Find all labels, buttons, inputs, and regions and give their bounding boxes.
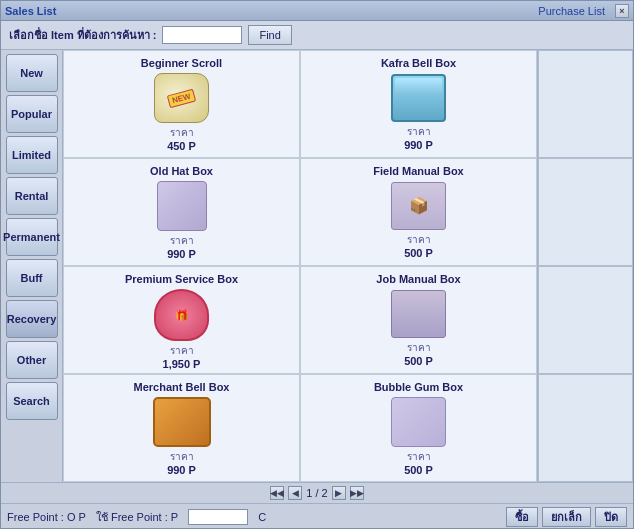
item-cell-3[interactable]: Field Manual Box 📦 ราคา 500 P [300, 158, 537, 266]
item-cell-7[interactable]: Bubble Gum Box ราคา 500 P [300, 374, 537, 482]
item-price-5: 500 P [404, 355, 433, 367]
item-price-3: 500 P [404, 247, 433, 259]
item-image-3: 📦 [389, 181, 449, 230]
item-image-5 [389, 289, 449, 338]
hat-box-icon [157, 181, 207, 231]
main-content: New Popular Limited Rental Permanent Buf… [1, 50, 633, 482]
item-price-label-3: ราคา [407, 232, 431, 247]
sidebar-btn-limited[interactable]: Limited [6, 136, 58, 174]
sidebar-btn-buff[interactable]: Buff [6, 259, 58, 297]
footer-left: Free Point : O P ใช้ Free Point : P C [7, 508, 266, 526]
purchase-cell-3 [538, 374, 633, 482]
purchase-panel [538, 50, 633, 482]
item-cell-2[interactable]: Old Hat Box ราคา 990 P [63, 158, 300, 266]
title-bar: Sales List Purchase List × [1, 1, 633, 21]
give-free-point-label: ใช้ Free Point : P [96, 508, 178, 526]
items-grid: Beginner Scroll ราคา 450 P Kafra Bell Bo… [63, 50, 538, 482]
item-cell-6[interactable]: Merchant Bell Box ราคา 990 P [63, 374, 300, 482]
scroll-icon [154, 73, 209, 123]
first-page-button[interactable]: ◀◀ [270, 486, 284, 500]
search-input[interactable] [162, 26, 242, 44]
item-name-6: Merchant Bell Box [134, 381, 230, 393]
close-footer-button[interactable]: ปิด [595, 507, 627, 527]
sidebar-btn-popular[interactable]: Popular [6, 95, 58, 133]
item-price-0: 450 P [167, 140, 196, 152]
purchase-cell-1 [538, 158, 633, 266]
buy-button[interactable]: ซื้อ [506, 507, 538, 527]
free-point-label: Free Point : O P [7, 511, 86, 523]
footer-row: Free Point : O P ใช้ Free Point : P C ซื… [1, 504, 633, 529]
search-bar: เลือกชื่อ Item ที่ต้องการค้นหา : Find [1, 21, 633, 50]
job-icon [391, 290, 446, 338]
window-title: Sales List [5, 5, 532, 17]
item-price-label-2: ราคา [170, 233, 194, 248]
item-price-4: 1,950 P [163, 358, 201, 370]
gift-icon: 🎁 [154, 289, 209, 341]
item-image-2 [152, 181, 212, 231]
gum-icon [391, 397, 446, 447]
cancel-button[interactable]: ยกเล็ก [542, 507, 591, 527]
pagination: ◀◀ ◀ 1 / 2 ▶ ▶▶ [1, 483, 633, 504]
item-price-1: 990 P [404, 139, 433, 151]
item-image-0 [152, 73, 212, 123]
item-cell-0[interactable]: Beginner Scroll ราคา 450 P [63, 50, 300, 158]
next-page-button[interactable]: ▶ [332, 486, 346, 500]
sidebar-btn-search[interactable]: Search [6, 382, 58, 420]
sidebar-btn-other[interactable]: Other [6, 341, 58, 379]
item-image-1 [389, 73, 449, 122]
currency-label: C [258, 511, 266, 523]
merchant-icon [153, 397, 211, 447]
item-price-2: 990 P [167, 248, 196, 260]
footer: ◀◀ ◀ 1 / 2 ▶ ▶▶ Free Point : O P ใช้ Fre… [1, 482, 633, 528]
item-name-3: Field Manual Box [373, 165, 463, 177]
item-price-label-0: ราคา [170, 125, 194, 140]
item-cell-5[interactable]: Job Manual Box ราคา 500 P [300, 266, 537, 374]
sales-list-window: Sales List Purchase List × เลือกชื่อ Ite… [0, 0, 634, 529]
item-name-4: Premium Service Box [125, 273, 238, 285]
manual-icon: 📦 [391, 182, 446, 230]
free-point-input[interactable] [188, 509, 248, 525]
item-price-label-7: ราคา [407, 449, 431, 464]
sidebar-btn-recovery[interactable]: Recovery [6, 300, 58, 338]
item-price-label-4: ราคา [170, 343, 194, 358]
sidebar-btn-rental[interactable]: Rental [6, 177, 58, 215]
find-button[interactable]: Find [248, 25, 291, 45]
item-image-7 [389, 397, 449, 447]
search-label: เลือกชื่อ Item ที่ต้องการค้นหา : [9, 26, 156, 44]
last-page-button[interactable]: ▶▶ [350, 486, 364, 500]
item-price-label-6: ราคา [170, 449, 194, 464]
item-cell-1[interactable]: Kafra Bell Box ราคา 990 P [300, 50, 537, 158]
item-price-7: 500 P [404, 464, 433, 476]
item-image-6 [152, 397, 212, 447]
purchase-cell-2 [538, 266, 633, 374]
item-price-6: 990 P [167, 464, 196, 476]
sidebar-btn-permanent[interactable]: Permanent [6, 218, 58, 256]
chest-icon [391, 74, 446, 122]
item-name-1: Kafra Bell Box [381, 57, 456, 69]
prev-page-button[interactable]: ◀ [288, 486, 302, 500]
sidebar: New Popular Limited Rental Permanent Buf… [1, 50, 63, 482]
item-price-label-1: ราคา [407, 124, 431, 139]
purchase-list-tab[interactable]: Purchase List [532, 5, 611, 17]
title-bar-right: Purchase List × [532, 4, 629, 18]
footer-buttons: ซื้อ ยกเล็ก ปิด [506, 507, 627, 527]
item-name-5: Job Manual Box [376, 273, 460, 285]
page-info: 1 / 2 [306, 487, 327, 499]
item-name-7: Bubble Gum Box [374, 381, 463, 393]
item-name-0: Beginner Scroll [141, 57, 222, 69]
sidebar-btn-new[interactable]: New [6, 54, 58, 92]
item-image-4: 🎁 [152, 289, 212, 341]
item-cell-4[interactable]: Premium Service Box 🎁 ราคา 1,950 P [63, 266, 300, 374]
item-name-2: Old Hat Box [150, 165, 213, 177]
close-button[interactable]: × [615, 4, 629, 18]
item-price-label-5: ราคา [407, 340, 431, 355]
purchase-cell-0 [538, 50, 633, 158]
